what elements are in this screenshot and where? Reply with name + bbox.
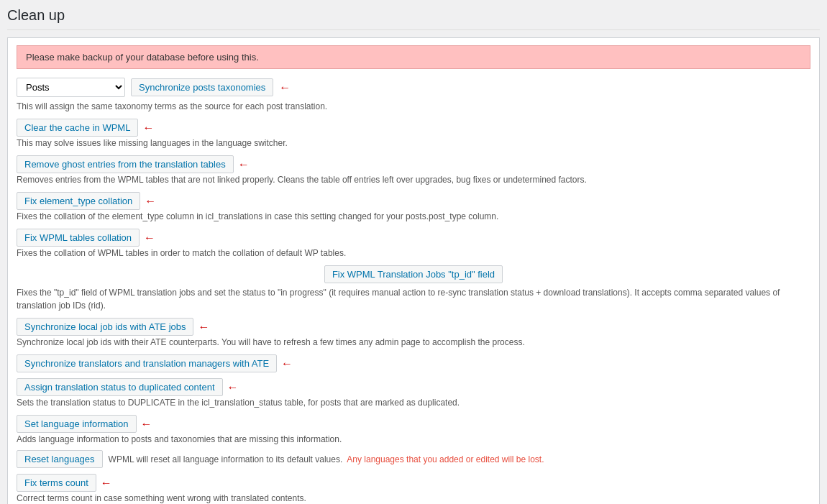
page-title: Clean up [7, 7, 820, 30]
remove-ghost-desc: Removes entries from the WPML tables tha… [17, 173, 810, 186]
arrow-fix-element-type: ← [145, 195, 156, 208]
arrow-assign-status: ← [227, 381, 239, 394]
reset-languages-highlight: Any languages that you added or edited w… [347, 454, 544, 464]
sync-translators-button[interactable]: Synchronize translators and translation … [17, 354, 277, 372]
fix-terms-button[interactable]: Fix terms count [17, 474, 96, 492]
arrow-remove-ghost: ← [238, 158, 250, 171]
reset-languages-button[interactable]: Reset languages [17, 450, 103, 468]
backup-warning: Please make backup of your database befo… [17, 45, 810, 69]
sync-taxonomies-button[interactable]: Synchronize posts taxonomies [131, 78, 273, 96]
arrow-clear-cache: ← [142, 122, 154, 134]
remove-ghost-button[interactable]: Remove ghost entries from the translatio… [17, 155, 234, 173]
fix-translation-jobs-desc: Fixes the "tp_id" field of WPML translat… [17, 286, 810, 312]
post-type-dropdown[interactable]: PostsPagesCustom Post Types [17, 78, 125, 97]
assign-status-desc: Sets the translation status to DUPLICATE… [17, 396, 810, 409]
sync-local-jobs-button[interactable]: Synchronize local job ids with ATE jobs [17, 318, 193, 336]
set-language-button[interactable]: Set language information [17, 415, 137, 433]
arrow-sync-taxonomies: ← [279, 81, 291, 94]
arrow-fix-wpml-tables: ← [144, 232, 155, 244]
assign-status-button[interactable]: Assign translation status to duplicated … [17, 378, 223, 396]
fix-translation-jobs-button[interactable]: Fix WPML Translation Jobs "tp_id" field [324, 265, 503, 283]
arrow-sync-translators: ← [281, 357, 293, 370]
sync-taxonomies-desc: This will assign the same taxonomy terms… [17, 100, 810, 113]
clear-cache-button[interactable]: Clear the cache in WPML [17, 119, 138, 137]
set-language-desc: Adds language information to posts and t… [17, 433, 810, 446]
fix-element-type-desc: Fixes the collation of the element_type … [17, 210, 810, 223]
fix-terms-desc: Correct terms count in case something we… [17, 492, 810, 504]
sync-local-jobs-desc: Synchronize local job ids with their ATE… [17, 336, 810, 349]
reset-languages-desc: WPML will reset all language information… [109, 450, 544, 466]
arrow-fix-terms: ← [101, 477, 112, 490]
arrow-sync-local-jobs: ← [198, 321, 209, 334]
fix-wpml-tables-desc: Fixes the collation of WPML tables in or… [17, 247, 810, 260]
clear-cache-desc: This may solve issues like missing langu… [17, 137, 810, 150]
fix-element-type-button[interactable]: Fix element_type collation [17, 192, 140, 210]
fix-wpml-tables-button[interactable]: Fix WPML tables collation [17, 229, 140, 247]
arrow-set-language: ← [141, 418, 152, 431]
